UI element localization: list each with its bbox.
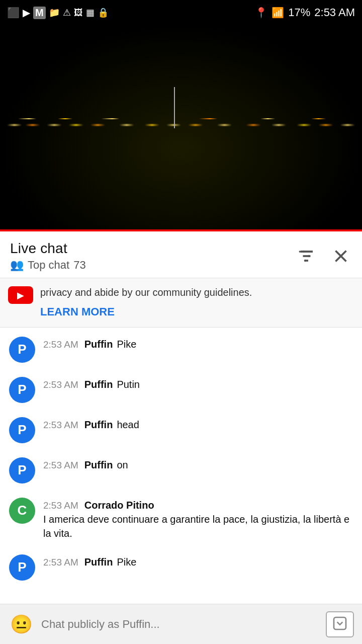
close-button[interactable] xyxy=(330,245,352,267)
status-icons-right: 📍 📶 17% 2:53 AM xyxy=(255,6,355,19)
notification-text: privacy and abide by our community guide… xyxy=(40,285,354,320)
top-chat-label[interactable]: Top chat xyxy=(28,259,69,272)
chat-message: P 2:53 AM Puffin on xyxy=(0,450,362,491)
message-content: 2:53 AM Puffin Putin xyxy=(43,377,353,390)
message-text: Pike xyxy=(117,339,136,350)
youtube-logo xyxy=(8,286,33,304)
svg-rect-10 xyxy=(334,617,346,629)
time-display: 2:53 AM xyxy=(314,6,355,19)
live-chat-panel: Live chat 👥 Top chat 73 xyxy=(0,231,362,630)
notif-icon-3: M xyxy=(33,7,46,19)
message-content: 2:53 AM Puffin Pike xyxy=(43,554,353,568)
message-time: 2:53 AM xyxy=(43,339,78,350)
chat-title: Live chat xyxy=(10,240,86,257)
message-time: 2:53 AM xyxy=(43,460,78,471)
send-icon xyxy=(332,615,348,633)
message-row: 2:53 AM Puffin Pike xyxy=(43,339,136,350)
notif-icon-6: 🖼 xyxy=(74,8,83,18)
chat-input[interactable] xyxy=(41,611,319,637)
message-time: 2:53 AM xyxy=(43,500,78,511)
message-content: 2:53 AM Puffin Pike xyxy=(43,337,353,350)
message-author: Puffin xyxy=(84,379,113,390)
avatar: P xyxy=(9,457,35,484)
svg-point-6 xyxy=(308,255,310,258)
message-author: Corrado Pitino xyxy=(84,500,154,511)
chat-message: P 2:53 AM Puffin Putin xyxy=(0,370,362,410)
video-progress-bar xyxy=(0,229,362,231)
filter-icon xyxy=(298,247,316,265)
message-text: head xyxy=(117,419,139,431)
filter-button[interactable] xyxy=(296,245,318,267)
close-icon xyxy=(332,247,350,265)
chat-header-actions xyxy=(296,245,352,267)
message-row: 2:53 AM Puffin Pike xyxy=(43,556,136,568)
chat-message: P 2:53 AM Puffin Pike xyxy=(0,330,362,370)
video-player[interactable] xyxy=(0,25,362,231)
notif-icon-4: 📁 xyxy=(49,7,60,18)
chat-input-bar: 😐 xyxy=(0,604,362,644)
message-content: 2:53 AM Corrado Pitino I america deve co… xyxy=(43,498,353,540)
people-icon: 👥 xyxy=(10,259,24,272)
chat-header-left: Live chat 👥 Top chat 73 xyxy=(10,240,86,272)
message-text: on xyxy=(117,459,128,471)
message-time: 2:53 AM xyxy=(43,379,78,390)
message-row: 2:53 AM Puffin on xyxy=(43,459,128,471)
chat-message: P 2:53 AM Puffin head xyxy=(0,410,362,450)
chat-header: Live chat 👥 Top chat 73 xyxy=(0,231,362,278)
notif-icon-1: ⬛ xyxy=(7,7,20,19)
message-text: Putin xyxy=(117,379,140,390)
avatar: P xyxy=(9,377,35,403)
emoji-button[interactable]: 😐 xyxy=(8,611,34,637)
message-text: I america deve continuare a garantire la… xyxy=(43,512,353,540)
send-icon-svg xyxy=(332,615,348,631)
svg-point-5 xyxy=(303,251,305,253)
message-author: Puffin xyxy=(84,459,113,471)
message-author: Puffin xyxy=(84,556,113,568)
avatar: P xyxy=(9,337,35,363)
message-row: 2:53 AM Puffin head xyxy=(43,419,139,431)
svg-point-7 xyxy=(304,260,307,262)
notif-icon-5: ⚠ xyxy=(63,7,71,18)
chat-message: P 2:53 AM Puffin Pike xyxy=(0,547,362,588)
message-author: Puffin xyxy=(84,419,113,431)
status-icons-left: ⬛ ▶ M 📁 ⚠ 🖼 ▦ 🔒 xyxy=(7,7,109,19)
avatar: P xyxy=(9,554,35,581)
chat-message: C 2:53 AM Corrado Pitino I america deve … xyxy=(0,491,362,547)
chat-subtitle: 👥 Top chat 73 xyxy=(10,259,86,272)
notif-icon-2: ▶ xyxy=(23,7,30,19)
learn-more-link[interactable]: LEARN MORE xyxy=(40,304,354,320)
notif-icon-8: 🔒 xyxy=(98,7,109,18)
chat-messages: P 2:53 AM Puffin Pike P 2:53 AM Puffin P… xyxy=(0,328,362,590)
battery-text: 17% xyxy=(288,6,310,19)
notification-banner: privacy and abide by our community guide… xyxy=(0,278,362,328)
avatar: C xyxy=(9,498,35,524)
status-bar: ⬛ ▶ M 📁 ⚠ 🖼 ▦ 🔒 📍 📶 17% 2:53 AM xyxy=(0,0,362,25)
message-author: Puffin xyxy=(84,339,113,350)
message-time: 2:53 AM xyxy=(43,420,78,431)
message-text: Pike xyxy=(117,556,136,568)
send-button[interactable] xyxy=(326,611,354,637)
wifi-icon: 📶 xyxy=(272,7,284,19)
avatar: P xyxy=(9,417,35,443)
message-time: 2:53 AM xyxy=(43,557,78,568)
message-content: 2:53 AM Puffin head xyxy=(43,417,353,431)
location-icon: 📍 xyxy=(255,7,267,19)
message-content: 2:53 AM Puffin on xyxy=(43,457,353,471)
viewer-count: 73 xyxy=(73,259,85,272)
message-row: 2:53 AM Puffin Putin xyxy=(43,379,140,390)
notif-icon-7: ▦ xyxy=(86,7,95,18)
message-row: 2:53 AM Corrado Pitino xyxy=(43,500,154,511)
